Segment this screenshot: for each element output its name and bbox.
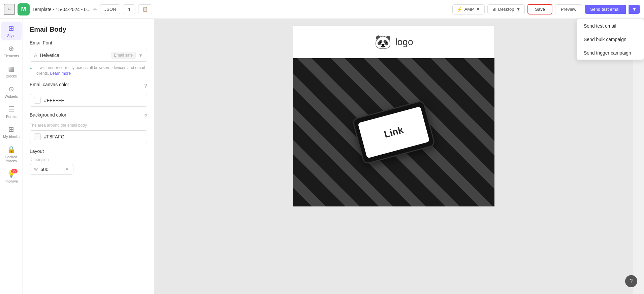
width-input[interactable]: W 600 ▼ [30, 164, 73, 175]
notes-button[interactable]: 📋 [138, 4, 152, 14]
bg-color-label: Background color [30, 112, 66, 118]
sidebar-item-my-blocks[interactable]: ⊞ My blocks [1, 123, 22, 141]
help-button[interactable]: ? [625, 275, 637, 287]
canvas-color-label: Email canvas color [30, 82, 69, 87]
amp-selector[interactable]: ⚡ AMP ▼ [452, 4, 485, 14]
canvas-color-swatch [34, 97, 41, 104]
amp-chevron-icon: ▼ [476, 7, 480, 12]
sidebar-icons: ⊞ Style ⊕ Elements ▦ Blocks ⊙ Widgets ☰ … [0, 19, 23, 294]
learn-more-link[interactable]: Learn more [50, 71, 71, 76]
bg-color-value: #F8FAFC [44, 134, 64, 139]
panda-icon: 🐼 [375, 34, 391, 50]
send-test-email-item[interactable]: Send test email [577, 19, 644, 33]
email-safe-badge: Email safe [111, 52, 136, 59]
check-icon: ✓ [30, 65, 34, 71]
hint-text: It will render correctly across all brow… [36, 65, 147, 76]
canvas-area: 🐼 logo Link [154, 19, 633, 294]
font-chevron-icon: ▼ [138, 53, 143, 58]
width-chevron-icon: ▼ [65, 167, 69, 172]
email-canvas: 🐼 logo Link [293, 26, 495, 207]
share-button[interactable]: ⬆ [123, 4, 135, 14]
canvas-color-section: Email canvas color ? [30, 82, 147, 91]
my-blocks-icon: ⊞ [8, 125, 14, 133]
style-icon: ⊞ [8, 24, 14, 32]
sidebar-item-improve[interactable]: 💡 25 Improve [1, 167, 22, 186]
sidebar-item-blocks[interactable]: ▦ Blocks [1, 62, 22, 81]
bg-color-description: The area around the email body [30, 123, 147, 128]
elements-icon: ⊕ [8, 44, 14, 53]
sidebar-item-forms[interactable]: ☰ Forms [1, 102, 22, 121]
canvas-color-input[interactable]: #FFFFFF [30, 94, 147, 107]
email-logo-text: logo [395, 37, 413, 47]
panel-title: Email Body [30, 26, 147, 33]
locked-blocks-icon: 🔒 [7, 145, 15, 154]
desktop-icon: 🖥 [492, 7, 496, 12]
topbar: ← M Template - 15-04-2024 - 0... ✏ JSON … [0, 0, 644, 19]
send-test-button[interactable]: Send test email [585, 5, 626, 14]
save-button[interactable]: Save [527, 4, 552, 14]
preview-button[interactable]: Preview [555, 4, 582, 14]
font-name: Helvetica [40, 53, 108, 58]
amp-icon: ⚡ [457, 7, 462, 12]
width-label: W [34, 167, 38, 172]
send-test-dropdown-icon: ▼ [632, 7, 637, 12]
bg-color-help-icon[interactable]: ? [144, 113, 147, 120]
send-trigger-campaign-item[interactable]: Send trigger campaign [577, 46, 644, 60]
json-button[interactable]: JSON [100, 4, 121, 14]
blocks-icon: ▦ [8, 65, 14, 73]
bg-color-section: Background color ? [30, 112, 147, 121]
topbar-right: ⚡ AMP ▼ 🖥 Desktop ▼ Save Preview Send te… [452, 4, 640, 14]
sidebar-item-locked-blocks[interactable]: 🔒 Locked Blocks [1, 143, 22, 166]
sidebar-item-style[interactable]: ⊞ Style [1, 22, 22, 40]
font-icon: A [34, 53, 37, 58]
dimension-input-row: W 600 ▼ [30, 164, 147, 175]
bg-color-swatch [34, 133, 41, 140]
template-name: Template - 15-04-2024 - 0... [32, 7, 91, 12]
canvas-color-value: #FFFFFF [44, 98, 64, 103]
font-selector[interactable]: A Helvetica Email safe ▼ [30, 49, 147, 62]
email-hero-image: Link [293, 58, 494, 206]
right-tools: ↺ ↻ [633, 19, 644, 294]
sidebar-item-elements[interactable]: ⊕ Elements [1, 42, 22, 61]
bg-color-input[interactable]: #F8FAFC [30, 130, 147, 143]
canvas-color-help-icon[interactable]: ? [144, 83, 147, 89]
desktop-chevron-icon: ▼ [516, 7, 520, 12]
main-layout: ⊞ Style ⊕ Elements ▦ Blocks ⊙ Widgets ☰ … [0, 19, 644, 294]
email-font-label: Email Font [30, 40, 147, 45]
dimension-label: Dimension [30, 157, 147, 162]
improve-icon: 💡 25 [7, 170, 15, 178]
sidebar-item-widgets[interactable]: ⊙ Widgets [1, 82, 22, 101]
improve-badge: 25 [11, 169, 18, 173]
send-test-dropdown-menu: Send test email Send bulk campaign Send … [577, 19, 644, 60]
notes-icon: 📋 [142, 7, 148, 12]
widgets-icon: ⊙ [8, 85, 14, 93]
desktop-selector[interactable]: 🖥 Desktop ▼ [487, 4, 525, 14]
layout-label: Layout [30, 149, 147, 154]
send-test-dropdown-button[interactable]: ▼ [629, 5, 640, 14]
edit-icon[interactable]: ✏ [93, 7, 97, 12]
app-logo: M [18, 3, 30, 15]
share-icon: ⬆ [127, 7, 131, 12]
back-button[interactable]: ← [4, 4, 15, 15]
font-hint: ✓ It will render correctly across all br… [30, 65, 147, 76]
width-value: 600 [40, 167, 62, 172]
topbar-left: ← M Template - 15-04-2024 - 0... ✏ JSON … [4, 3, 450, 15]
left-panel: Email Body Email Font A Helvetica Email … [23, 19, 154, 294]
email-header: 🐼 logo [293, 26, 494, 58]
send-bulk-campaign-item[interactable]: Send bulk campaign [577, 33, 644, 46]
forms-icon: ☰ [8, 105, 14, 113]
link-text: Link [383, 125, 405, 140]
